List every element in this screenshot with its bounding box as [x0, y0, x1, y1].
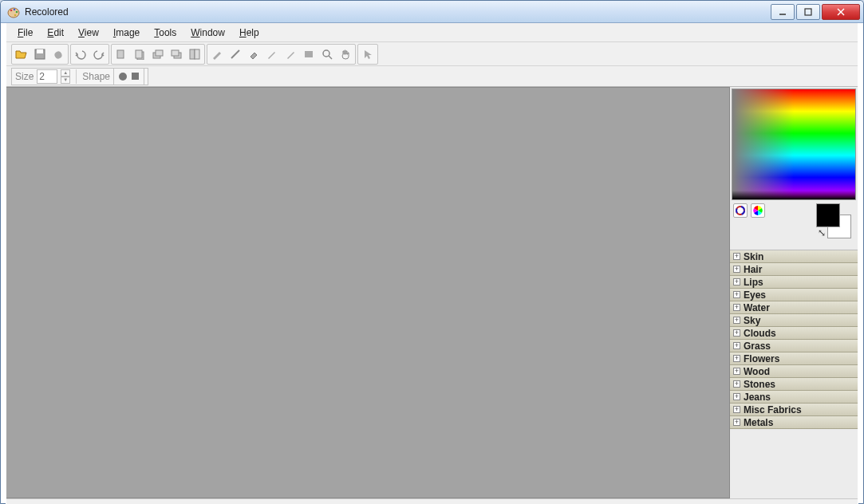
svg-point-22 [323, 50, 329, 57]
expand-icon[interactable]: + [733, 355, 740, 362]
svg-line-20 [231, 50, 239, 58]
menu-help[interactable]: Help [233, 26, 266, 40]
menu-file[interactable]: File [11, 26, 39, 40]
redo-icon[interactable] [90, 45, 108, 63]
close-button[interactable] [822, 4, 860, 20]
expand-icon[interactable]: + [733, 393, 740, 400]
expand-icon[interactable]: + [733, 317, 740, 324]
category-label: Skin [744, 251, 763, 262]
category-stones[interactable]: +Stones [730, 378, 858, 391]
category-sky[interactable]: +Sky [730, 314, 858, 327]
pen-icon[interactable] [282, 45, 299, 63]
shape-label: Shape [82, 71, 110, 82]
svg-rect-10 [37, 49, 43, 53]
category-label: Metals [744, 417, 773, 428]
category-water[interactable]: +Water [730, 301, 858, 314]
category-clouds[interactable]: +Clouds [730, 327, 858, 340]
category-hair[interactable]: +Hair [730, 263, 858, 276]
canvas-area[interactable] [6, 87, 730, 498]
titlebar[interactable]: Recolored [1, 1, 863, 23]
category-label: Sky [744, 315, 760, 326]
category-label: Jeans [744, 392, 771, 403]
maximize-button[interactable] [796, 4, 820, 20]
expand-icon[interactable]: + [733, 342, 740, 349]
menu-view[interactable]: View [72, 26, 105, 40]
menubar: File Edit View Image Tools Window Help [6, 23, 858, 42]
size-down-button[interactable]: ▼ [61, 77, 70, 84]
color-wheel-icon[interactable] [751, 203, 765, 218]
category-jeans[interactable]: +Jeans [730, 391, 858, 404]
foreground-color-swatch[interactable] [816, 203, 840, 227]
hsv-wheel-icon[interactable] [733, 203, 748, 218]
stack3-icon[interactable] [186, 45, 203, 63]
category-list: +Skin+Hair+Lips+Eyes+Water+Sky+Clouds+Gr… [730, 250, 858, 498]
color-spectrum[interactable] [732, 89, 856, 200]
category-eyes[interactable]: +Eyes [730, 289, 858, 301]
size-up-button[interactable]: ▲ [61, 69, 70, 77]
category-label: Flowers [744, 353, 779, 364]
category-wood[interactable]: +Wood [730, 365, 858, 378]
shape-square-icon[interactable] [132, 73, 139, 80]
statusbar: Image: None [6, 498, 858, 504]
expand-icon[interactable]: + [733, 266, 740, 273]
category-label: Eyes [744, 289, 766, 301]
category-metals[interactable]: +Metals [730, 416, 858, 429]
stack2-icon[interactable] [168, 45, 185, 63]
expand-icon[interactable]: + [733, 304, 740, 311]
swap-colors-icon[interactable]: ⤡ [818, 227, 826, 238]
svg-rect-11 [117, 50, 124, 58]
blob-icon[interactable] [49, 45, 67, 63]
app-window: Recolored File Edit View Image Tools Win… [0, 0, 864, 504]
svg-rect-13 [136, 50, 142, 58]
pencil-icon[interactable] [208, 45, 226, 63]
category-lips[interactable]: +Lips [730, 276, 858, 289]
hand-icon[interactable] [337, 45, 354, 63]
category-label: Water [744, 302, 770, 313]
app-icon [7, 6, 20, 18]
minimize-button[interactable] [771, 4, 795, 20]
expand-icon[interactable]: + [733, 406, 740, 413]
category-label: Stones [744, 379, 775, 390]
expand-icon[interactable]: + [733, 278, 740, 285]
svg-rect-6 [805, 9, 811, 15]
category-grass[interactable]: +Grass [730, 340, 858, 352]
category-label: Wood [744, 366, 770, 377]
expand-icon[interactable]: + [733, 419, 740, 426]
undo-icon[interactable] [72, 45, 89, 63]
menu-tools[interactable]: Tools [148, 26, 183, 40]
eraser-icon[interactable] [245, 45, 262, 63]
category-flowers[interactable]: +Flowers [730, 352, 858, 365]
svg-rect-17 [172, 50, 179, 56]
brush-icon[interactable] [263, 45, 281, 63]
size-input[interactable] [37, 69, 57, 84]
sidebar: ⤡ +Skin+Hair+Lips+Eyes+Water+Sky+Clouds+… [730, 87, 858, 498]
menu-edit[interactable]: Edit [41, 26, 70, 40]
svg-rect-21 [305, 51, 313, 57]
options-bar: Size ▲ ▼ Shape [6, 66, 858, 87]
svg-point-3 [16, 10, 18, 13]
rect-icon[interactable] [300, 45, 318, 63]
paste-icon[interactable] [131, 45, 148, 63]
expand-icon[interactable]: + [733, 291, 740, 298]
stack1-icon[interactable] [149, 45, 167, 63]
size-label: Size [15, 71, 34, 82]
expand-icon[interactable]: + [733, 329, 740, 337]
category-skin[interactable]: +Skin [730, 250, 858, 263]
category-misc-fabrics[interactable]: +Misc Fabrics [730, 404, 858, 416]
shape-circle-icon[interactable] [119, 73, 127, 81]
expand-icon[interactable]: + [733, 368, 740, 375]
svg-rect-18 [190, 49, 195, 59]
pointer-icon[interactable] [359, 45, 377, 63]
zoom-icon[interactable] [318, 45, 336, 63]
save-icon[interactable] [31, 45, 49, 63]
open-icon[interactable] [13, 45, 30, 63]
menu-image[interactable]: Image [107, 26, 146, 40]
copy-icon[interactable] [112, 45, 130, 63]
line-icon[interactable] [227, 45, 244, 63]
svg-point-4 [14, 14, 17, 16]
toolbar [6, 42, 858, 66]
expand-icon[interactable]: + [733, 380, 740, 388]
menu-window[interactable]: Window [184, 26, 231, 40]
expand-icon[interactable]: + [733, 253, 740, 260]
window-title: Recolored [25, 6, 769, 18]
